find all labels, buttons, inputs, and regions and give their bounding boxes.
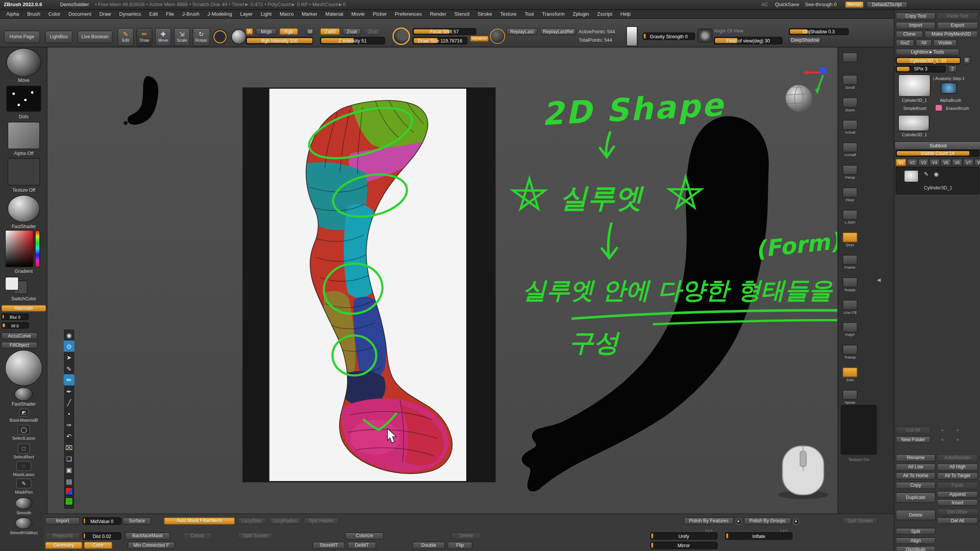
subtool-up-icon[interactable]: ◂ <box>941 427 943 433</box>
spix-value-box[interactable]: 2 <box>948 65 957 72</box>
gravity-strength-slider[interactable]: Gravity Strength 0 <box>642 33 695 40</box>
eye-icon[interactable]: ⊙ <box>64 341 75 352</box>
subtool-thumb[interactable] <box>904 170 919 183</box>
edit-button[interactable]: ✎ Edit <box>118 28 134 46</box>
menu-item[interactable]: Color <box>48 11 60 17</box>
goz-visible-button[interactable]: Visible <box>933 39 957 47</box>
menu-item[interactable]: Dynamics <box>119 11 141 17</box>
polish-features-toggle[interactable] <box>736 518 742 525</box>
quicksave-button[interactable]: QuickSave <box>775 2 799 8</box>
m-button[interactable]: M <box>305 28 314 35</box>
inflate-slider[interactable]: Inflate <box>725 532 792 540</box>
move-button[interactable]: ✚ Move <box>155 28 171 46</box>
shelf-lsym[interactable]: L.Sym <box>841 210 859 225</box>
make-polymesh3d-button[interactable]: Make PolyMesh3D <box>924 31 978 38</box>
v-tab[interactable]: V5 <box>941 159 951 166</box>
copy-subtool-button[interactable]: Copy <box>896 482 936 489</box>
menu-item[interactable]: Texture <box>500 11 516 17</box>
image-icon[interactable]: ▣ <box>64 464 75 475</box>
menu-item[interactable]: Draw <box>100 11 111 17</box>
mask-lasso-icon[interactable]: ◌ <box>16 461 31 471</box>
pen-icon[interactable]: ✒ <box>64 385 75 396</box>
auto-mask-fibermesh-button[interactable]: Auto Mask FiberMesh <box>164 517 235 525</box>
polish-by-groups-button[interactable]: Polish By Groups <box>744 517 791 525</box>
del-other-button[interactable]: Del Other <box>937 509 978 515</box>
shelf-floor[interactable]: Floor <box>841 187 859 202</box>
shelf-rotate[interactable]: Rotate <box>841 277 859 292</box>
menu-item[interactable]: Edit <box>149 11 158 17</box>
line-icon[interactable]: ╱ <box>64 397 75 408</box>
color-picker[interactable] <box>5 230 34 267</box>
shelf-persp[interactable]: Persp <box>841 165 859 179</box>
shelf-transp[interactable]: Transp <box>841 345 859 359</box>
blur-slider[interactable]: Blur 0 <box>1 314 29 320</box>
draw-button[interactable]: ✏ Draw <box>136 28 152 46</box>
texture-on-label[interactable]: Texture On <box>838 457 879 461</box>
v-tab[interactable]: V7 <box>963 159 974 166</box>
goz-button[interactable]: GoZ <box>896 39 915 47</box>
stroke-type-move-thumb[interactable] <box>6 48 41 77</box>
zcut-button[interactable]: Zcut <box>364 28 381 35</box>
menu-item[interactable]: Brush <box>27 11 40 17</box>
double-button[interactable]: Double <box>413 542 445 549</box>
polish-by-features-button[interactable]: Polish By Features <box>684 517 734 525</box>
shelf-aahalf[interactable]: AAHalf <box>841 142 859 157</box>
marker-icon[interactable]: ✑ <box>64 419 75 430</box>
polish-groups-toggle[interactable] <box>793 518 799 525</box>
zadd-button[interactable]: Zadd <box>320 28 340 35</box>
mrgb-button[interactable]: Mrgb <box>256 28 277 35</box>
all-to-home-button[interactable]: All To Home <box>896 472 936 480</box>
cursor-icon[interactable]: ➤ <box>64 352 75 363</box>
mid-value-slider[interactable]: MidValue 0 <box>83 517 121 525</box>
rotate-button[interactable]: ↻ Rotate <box>193 28 210 46</box>
swatch-red-blue[interactable] <box>65 487 73 495</box>
all-to-target-button[interactable]: All To Target <box>937 472 978 480</box>
v-tab[interactable]: V3 <box>918 159 929 166</box>
menu-item[interactable]: Picker <box>373 11 387 17</box>
subtool-item-label[interactable]: Cylinder3D_1 <box>896 185 980 191</box>
texture-off-thumb[interactable] <box>8 158 40 186</box>
replay-icon[interactable] <box>490 29 505 44</box>
shelf-line-fill[interactable]: Line Fill <box>841 300 859 315</box>
menu-item[interactable]: Alpha <box>6 11 19 17</box>
new-folder-button[interactable]: New Folder <box>896 436 931 443</box>
store-mt-button[interactable]: StoreMT <box>312 542 345 549</box>
menu-item[interactable]: Macro <box>280 11 294 17</box>
flip-button[interactable]: Flip <box>448 542 472 549</box>
list-all-button[interactable]: List All <box>896 427 931 434</box>
dist-slider[interactable]: Dist 0.02 <box>83 532 121 540</box>
swatch-green[interactable] <box>65 497 73 505</box>
distribute-button[interactable]: Distribute <box>896 546 936 551</box>
rgb-button[interactable]: Rgb <box>279 28 298 35</box>
anatomy-brush-label[interactable]: | Anatomy Step-1 <box>933 76 980 80</box>
color-section-button[interactable]: Color <box>84 542 113 549</box>
obj-shadow-slider[interactable]: ObjShadow 0.3 <box>789 28 849 35</box>
canvas[interactable]: 2D Shape 실루엣 (Form) 실루엣 안에 다양한 형태들을 구성 <box>47 47 838 514</box>
menu-item[interactable]: Stroke <box>477 11 492 17</box>
spix-slider[interactable]: SPix 3 <box>896 65 946 72</box>
copy-tool-button[interactable]: Copy Tool <box>896 13 936 20</box>
replay-last-rel-button[interactable]: ReplayLastRel <box>540 28 577 35</box>
rf-slider[interactable]: Rf 0 <box>1 322 29 328</box>
gravity-alpha-icon[interactable] <box>626 26 637 46</box>
fillobject-button[interactable]: FillObject <box>1 342 38 349</box>
alpha-brush-thumb[interactable] <box>941 83 957 94</box>
panel-collapse-icon[interactable]: ◀ <box>877 277 881 283</box>
r-button[interactable]: R <box>963 57 971 65</box>
quick-pick-slider[interactable]: Cylinder3D_1. 33 <box>896 57 961 65</box>
lightbox-tools-button[interactable]: Lightbox►Tools <box>896 49 960 55</box>
menu-item[interactable]: File <box>166 11 174 17</box>
menus-button[interactable]: Menus <box>845 1 864 8</box>
undo-icon[interactable]: ↶ <box>64 430 75 442</box>
comment-icon[interactable]: ❏ <box>64 453 75 464</box>
append-button[interactable]: Append <box>937 491 978 498</box>
v-tab[interactable]: V1 <box>896 159 906 166</box>
rgb-intensity-slider[interactable]: Rgb Intensity 100 <box>246 37 313 44</box>
folder-up-icon[interactable]: ◂ <box>941 437 943 442</box>
basic-material-label[interactable]: BasicMaterialB <box>0 418 47 422</box>
menu-item[interactable]: Layer <box>240 11 253 17</box>
menu-item[interactable]: J-Brush <box>182 11 199 17</box>
simple-brush-label[interactable]: SimpleBrush <box>897 106 933 111</box>
dynamic-button[interactable]: Dynamic <box>470 36 489 42</box>
menu-item[interactable]: Material <box>325 11 343 17</box>
